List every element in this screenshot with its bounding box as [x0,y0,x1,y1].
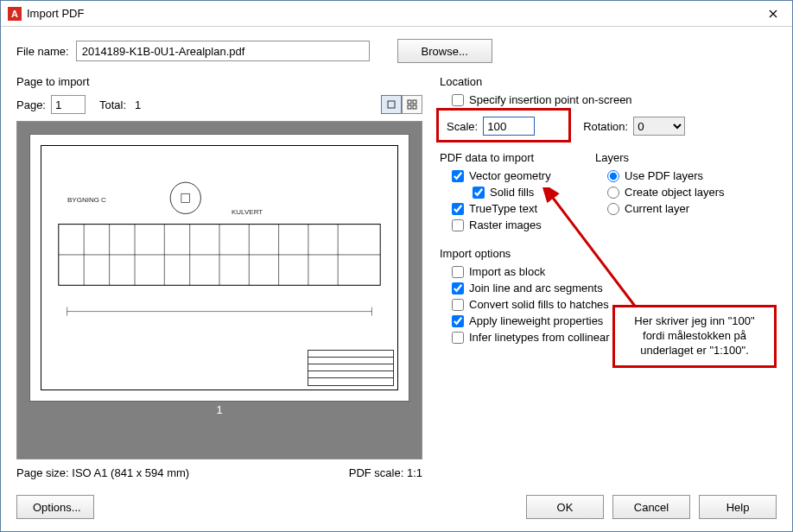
scale-label: Scale: [447,120,478,133]
join-segments-label: Join line and arc segments [469,282,603,294]
preview-page-number: 1 [216,403,222,416]
svg-rect-18 [181,193,190,202]
grid-view-button[interactable] [402,95,422,114]
raster-label: Raster images [469,218,542,231]
svg-point-17 [170,182,200,213]
page-label: Page: [16,98,46,111]
rotation-select[interactable]: 0 [633,117,685,136]
create-object-layers-radio[interactable] [607,187,619,199]
ok-button[interactable]: OK [526,495,604,519]
total-label: Total: [99,98,126,111]
svg-rect-4 [413,105,416,109]
truetype-checkbox[interactable] [452,203,464,215]
use-pdf-layers-label: Use PDF layers [625,169,703,182]
location-title: Location [440,75,777,88]
import-pdf-dialog: A Import PDF File name: Browse... Page t… [0,0,793,532]
grid-view-icon [407,99,417,110]
svg-rect-0 [388,101,395,108]
page-size-label: Page size: ISO A1 (841 x 594 mm) [16,466,189,479]
vector-geometry-label: Vector geometry [469,169,551,182]
current-layer-radio[interactable] [607,203,619,215]
svg-rect-3 [408,105,411,109]
scale-input[interactable] [483,117,535,136]
specify-insertion-checkbox[interactable] [452,94,464,106]
page-to-import-label: Page to import [16,75,422,88]
titlebar: A Import PDF [1,1,792,27]
raster-checkbox[interactable] [452,219,464,231]
infer-linetypes-checkbox[interactable] [452,332,464,344]
help-button[interactable]: Help [699,495,777,519]
browse-button[interactable]: Browse... [397,39,492,63]
page-input[interactable] [51,95,86,114]
lineweight-label: Apply lineweight properties [469,314,603,327]
import-options-title: Import options [440,247,777,260]
svg-rect-1 [408,100,411,104]
window-title: Import PDF [27,7,753,20]
single-view-button[interactable] [381,95,402,114]
single-view-icon [386,99,396,110]
solid-fills-checkbox[interactable] [473,187,485,199]
use-pdf-layers-radio[interactable] [607,170,619,182]
current-layer-label: Current layer [625,202,689,215]
pdf-page-thumbnail: BYGNING C KULVERT [29,134,409,402]
truetype-label: TrueType text [469,202,537,215]
file-name-input[interactable] [76,41,370,61]
svg-rect-2 [413,100,416,104]
pdf-preview[interactable]: BYGNING C KULVERT 1 [16,121,422,459]
pdf-scale-label: PDF scale: 1:1 [349,466,422,479]
close-icon [769,10,777,18]
join-segments-checkbox[interactable] [452,282,464,294]
create-object-layers-label: Create object layers [625,186,725,199]
cancel-button[interactable]: Cancel [612,495,690,519]
app-icon: A [8,7,22,21]
plan-label-bygning: BYGNING C [67,196,106,204]
rotation-label: Rotation: [583,120,628,133]
specify-insertion-label: Specify insertion point on-screen [469,93,632,106]
solid-fills-label: Solid fills [490,186,534,199]
file-name-label: File name: [16,45,69,58]
pdf-data-title: PDF data to import [440,151,578,164]
total-value: 1 [135,98,141,111]
annotation-callout: Her skriver jeg inn "100" fordi målestok… [612,305,777,368]
lineweight-checkbox[interactable] [452,315,464,327]
convert-hatches-label: Convert solid fills to hatches [469,298,609,311]
options-button[interactable]: Options... [16,495,94,519]
vector-geometry-checkbox[interactable] [452,170,464,182]
close-button[interactable] [753,1,792,27]
layers-title: Layers [595,151,742,164]
import-as-block-label: Import as block [469,265,545,278]
plan-label-kulvert: KULVERT [232,208,263,216]
convert-hatches-checkbox[interactable] [452,299,464,311]
import-as-block-checkbox[interactable] [452,266,464,278]
titleblock [308,350,394,386]
